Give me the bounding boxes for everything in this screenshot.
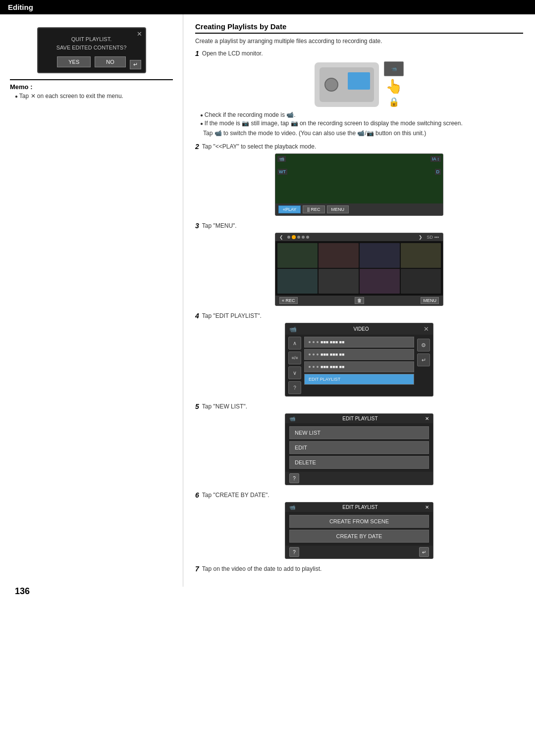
edit-playlist-ui: 📹 EDIT PLAYLIST ✕ NEW LIST EDIT DELETE ? xyxy=(285,413,433,485)
memo-section: Memo : Tap ✕ on each screen to exit the … xyxy=(10,79,173,100)
create-header-title: EDIT PLAYLIST xyxy=(342,504,377,510)
pb-tr-icon: IA ↕ xyxy=(430,156,441,162)
create-from-scene-button[interactable]: CREATE FROM SCENE xyxy=(289,515,429,528)
edit-pl-footer: ? xyxy=(285,472,433,485)
thumb-right-arrow[interactable]: ❯ xyxy=(419,235,423,240)
step-3: 3 Tap "MENU". ❮ ❯ SD ▪▪▪ xyxy=(195,222,523,306)
thumb-left-arrow[interactable]: ❮ xyxy=(279,235,283,240)
thumb-grid xyxy=(275,241,443,296)
thumb-topbar: ❮ ❯ SD ▪▪▪ xyxy=(275,233,443,241)
step-1-num: 1 xyxy=(195,50,199,57)
right-column: Creating Playlists by Date Create a play… xyxy=(183,14,535,587)
nav-dot-4 xyxy=(302,236,305,239)
create-date-body: CREATE FROM SCENE CREATE BY DATE xyxy=(285,512,433,546)
menu-close-icon[interactable]: ✕ xyxy=(424,325,429,333)
header-title: Editing xyxy=(8,3,33,11)
menu-header-label: VIDEO xyxy=(353,326,369,332)
menu-back-btn[interactable]: ↵ xyxy=(417,353,430,366)
menu-down-btn[interactable]: ∨ xyxy=(288,366,301,379)
nav-dot-1 xyxy=(287,236,290,239)
create-date-header: 📹 EDIT PLAYLIST ✕ xyxy=(285,503,433,512)
hand-icon-area: 📹 👆 🔒 xyxy=(384,61,404,107)
thumb-cell-3[interactable] xyxy=(360,243,400,268)
page-header: Editing xyxy=(0,0,535,14)
edit-pl-mode-icon: 📹 xyxy=(289,416,295,421)
delete-button[interactable]: DELETE xyxy=(289,456,429,469)
no-button[interactable]: NO xyxy=(95,56,126,67)
step-4: 4 Tap "EDIT PLAYLIST". 📹 VIDEO ✕ ∧ ≡/≡ ∨… xyxy=(195,312,523,397)
page-number: 136 xyxy=(15,586,30,597)
thumb-cell-2[interactable] xyxy=(319,243,359,268)
thumb-cell-4[interactable] xyxy=(401,243,441,268)
playback-bar: «PLAY || REC MENU xyxy=(275,203,443,215)
menu-help-btn-left[interactable]: ? xyxy=(288,381,301,394)
create-by-date-button[interactable]: CREATE BY DATE xyxy=(289,530,429,543)
nav-dot-5 xyxy=(306,236,309,239)
create-close-icon[interactable]: ✕ xyxy=(425,504,429,510)
dialog-back-button[interactable]: ↵ xyxy=(130,60,141,69)
thumb-cell-8[interactable] xyxy=(401,269,441,294)
sd-label: SD ▪▪▪ xyxy=(427,235,439,240)
menu-btn-thumb[interactable]: MENU xyxy=(421,297,439,304)
thumb-cell-7[interactable] xyxy=(360,269,400,294)
create-help-icon[interactable]: ? xyxy=(289,547,299,557)
edit-pl-close-icon[interactable]: ✕ xyxy=(425,416,429,421)
page-footer: 136 xyxy=(0,587,535,606)
pb-ml-icon: WT xyxy=(277,169,287,175)
step-2-text: Tap "<<PLAY" to select the playback mode… xyxy=(202,143,316,150)
camera-lens xyxy=(324,78,338,92)
memo-item-1: Tap ✕ on each screen to exit the menu. xyxy=(15,93,173,100)
thumb-bottombar: « REC 🗑 MENU xyxy=(275,296,443,305)
menu-left-buttons: ∧ ≡/≡ ∨ ? xyxy=(287,337,302,394)
edit-pl-header: 📹 EDIT PLAYLIST ✕ xyxy=(285,414,433,423)
menu-item-3[interactable]: ■■■ ■■■ ■■ xyxy=(304,361,414,372)
menu-gear-btn[interactable]: ⚙ xyxy=(417,339,430,352)
step-6: 6 Tap "CREATE BY DATE". 📹 EDIT PLAYLIST … xyxy=(195,491,523,559)
section-title: Creating Playlists by Date xyxy=(195,22,523,34)
step-2-num: 2 xyxy=(195,143,199,151)
edit-button[interactable]: EDIT xyxy=(289,441,429,454)
camera-illustration xyxy=(315,62,379,107)
new-list-button[interactable]: NEW LIST xyxy=(289,426,429,439)
step-2: 2 Tap "<<PLAY" to select the playback mo… xyxy=(195,143,523,216)
memo-list: Tap ✕ on each screen to exit the menu. xyxy=(10,93,173,100)
thumb-cell-1[interactable] xyxy=(277,243,318,268)
step-6-text: Tap "CREATE BY DATE". xyxy=(202,492,269,499)
menu-button-pb[interactable]: MENU xyxy=(327,205,349,213)
yes-button[interactable]: YES xyxy=(57,56,91,67)
menu-item-1[interactable]: ■■■ ■■■ ■■ xyxy=(304,337,414,348)
step-5-text: Tap "NEW LIST". xyxy=(202,403,247,410)
step-5: 5 Tap "NEW LIST". 📹 EDIT PLAYLIST ✕ NEW … xyxy=(195,403,523,485)
edit-pl-body: NEW LIST EDIT DELETE xyxy=(285,423,433,472)
thumb-nav-dots xyxy=(287,235,415,239)
edit-pl-help-icon[interactable]: ? xyxy=(289,473,299,483)
playback-screen: 📹 IA ↕ WT D xyxy=(275,154,443,203)
create-by-date-ui: 📹 EDIT PLAYLIST ✕ CREATE FROM SCENE CREA… xyxy=(285,502,433,559)
step-1-bullet-2: If the mode is 📷 still image, tap 📷 on t… xyxy=(200,120,523,127)
rec-btn-thumb[interactable]: « REC xyxy=(279,297,298,304)
hand-tap-icon: 👆 xyxy=(385,78,403,95)
menu-item-edit-playlist[interactable]: EDIT PLAYLIST xyxy=(304,374,414,385)
menu-switch-btn[interactable]: ≡/≡ xyxy=(288,352,301,364)
left-column: ✕ QUIT PLAYLIST. SAVE EDITED CONTENTS? Y… xyxy=(0,14,183,587)
trash-btn-thumb[interactable]: 🗑 xyxy=(355,297,364,304)
menu-body: ∧ ≡/≡ ∨ ? ■■■ ■■■ ■■ ■■■ ■■■ ■■ xyxy=(285,335,433,396)
thumb-cell-5[interactable] xyxy=(277,269,318,294)
step-1: 1 Open the LCD monitor. 📹 👆 🔒 xyxy=(195,50,523,137)
create-back-icon[interactable]: ↵ xyxy=(419,547,429,557)
step-6-num: 6 xyxy=(195,491,199,499)
rec-button[interactable]: || REC xyxy=(303,205,324,213)
camcorder-icon: 📹 xyxy=(391,66,397,71)
step-7: 7 Tap on the video of the date to add to… xyxy=(195,565,523,573)
step-5-num: 5 xyxy=(195,403,199,410)
dialog-close-icon[interactable]: ✕ xyxy=(137,30,142,38)
step-7-text: Tap on the video of the date to add to p… xyxy=(202,565,322,572)
nav-dot-3 xyxy=(297,236,300,239)
menu-item-2[interactable]: ■■■ ■■■ ■■ xyxy=(304,349,414,360)
play-button[interactable]: «PLAY xyxy=(278,205,301,213)
step-3-text: Tap "MENU". xyxy=(202,222,237,229)
step-4-num: 4 xyxy=(195,312,199,320)
step-4-text: Tap "EDIT PLAYLIST". xyxy=(202,312,262,319)
thumb-cell-6[interactable] xyxy=(319,269,359,294)
menu-up-btn[interactable]: ∧ xyxy=(288,337,301,350)
